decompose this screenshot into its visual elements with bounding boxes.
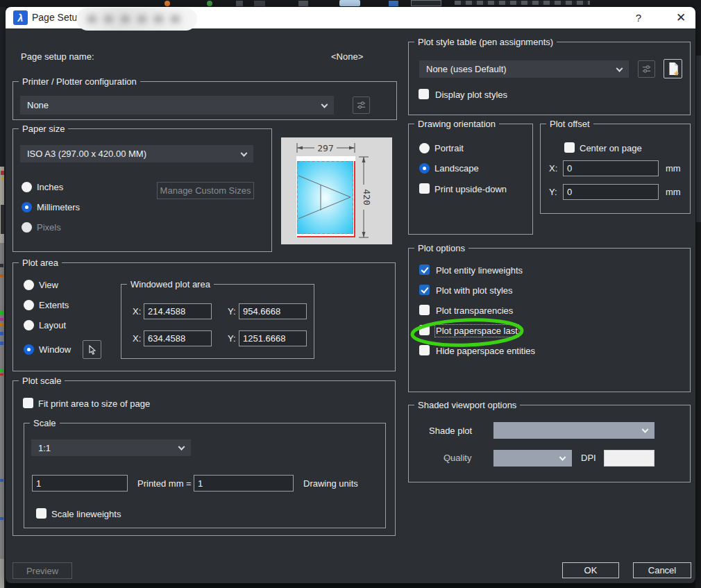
- printer-properties-button[interactable]: [353, 96, 370, 114]
- plot-area-group: Plot area View Extents Layout Window Win…: [12, 262, 396, 371]
- print-upside-down-checkbox[interactable]: [419, 183, 430, 194]
- hide-paperspace-entities-checkbox[interactable]: [419, 345, 430, 355]
- shade-plot-label: Shade plot: [429, 426, 472, 436]
- plot-offset-group: Plot offset Center on page X: mm Y: mm: [540, 124, 691, 214]
- page-setup-name-label: Page setup name:: [21, 51, 94, 62]
- radio-landscape[interactable]: [419, 163, 430, 174]
- scale-lineweights-checkbox[interactable]: [36, 508, 47, 519]
- radio-millimeters-label: Millimeters: [37, 202, 80, 212]
- left-edge-mark: [0, 318, 3, 321]
- preview-button[interactable]: Preview: [12, 562, 72, 579]
- left-edge-mark: [1, 177, 4, 180]
- manage-custom-sizes-button[interactable]: Manage Custom Sizes: [157, 182, 254, 199]
- offset-y-input[interactable]: [563, 184, 659, 200]
- x2-input[interactable]: [144, 330, 212, 346]
- pick-window-button[interactable]: [83, 340, 101, 359]
- offset-y-label: Y:: [549, 187, 557, 197]
- print-upside-down-label: Print upside-down: [434, 184, 507, 194]
- chevron-down-icon: [241, 149, 248, 156]
- quality-label: Quality: [444, 453, 471, 463]
- left-edge-mark: [0, 373, 3, 376]
- plot-style-select[interactable]: None (uses Default): [419, 60, 629, 78]
- drawing-units-input[interactable]: [194, 475, 294, 492]
- left-edge-mark: [0, 323, 3, 326]
- printer-config-group: Printer / Plotter configuration None: [12, 81, 397, 120]
- left-edge-mark: [0, 517, 3, 520]
- left-edge-mark: [1, 205, 4, 234]
- drawing-orientation-group-label: Drawing orientation: [414, 119, 499, 129]
- chevron-down-icon: [321, 101, 328, 108]
- paper-preview: 297 420: [281, 137, 392, 244]
- paper-size-select[interactable]: ISO A3 (297.00 x 420.00 MM): [20, 145, 253, 162]
- radio-window[interactable]: [24, 344, 34, 355]
- y1-input[interactable]: [239, 303, 307, 319]
- paper-width-dim: 297: [317, 143, 333, 153]
- sliders-icon: [356, 100, 366, 110]
- dialog-title: Page Setup: [32, 12, 83, 23]
- left-edge-mark: [0, 342, 3, 345]
- radio-layout-label: Layout: [39, 320, 66, 330]
- shade-plot-select[interactable]: [493, 422, 654, 439]
- plot-entity-lineweights-checkbox[interactable]: [419, 264, 430, 275]
- paper-size-group: Paper size ISO A3 (297.00 x 420.00 MM) I…: [12, 128, 272, 252]
- background-left-edge: [0, 7, 6, 588]
- x1-input[interactable]: [144, 303, 212, 319]
- radio-extents[interactable]: [24, 300, 34, 310]
- taskbar-fragment: [455, 1, 590, 5]
- windowed-plot-area-group: Windowed plot area X: Y: X: Y:: [121, 284, 314, 359]
- fit-to-page-checkbox[interactable]: [23, 398, 33, 408]
- radio-window-label: Window: [39, 344, 71, 355]
- ok-button[interactable]: OK: [562, 562, 619, 578]
- taskbar-fragment: [389, 1, 398, 6]
- taskbar-fragment: [339, 0, 360, 6]
- radio-portrait[interactable]: [419, 143, 430, 153]
- drawing-orientation-group: Drawing orientation Portrait Landscape P…: [408, 124, 533, 235]
- paper-size-group-label: Paper size: [19, 124, 68, 134]
- center-on-page-checkbox[interactable]: [564, 142, 575, 153]
- new-file-icon: [667, 62, 679, 76]
- dpi-input[interactable]: [604, 450, 654, 467]
- paper-preview-image: 297 420: [281, 137, 392, 244]
- quality-select[interactable]: [493, 450, 572, 467]
- display-plot-styles-checkbox[interactable]: [419, 89, 429, 99]
- left-edge-mark: [0, 369, 3, 372]
- background-right-edge: [695, 7, 701, 588]
- plot-paperspace-last-checkbox[interactable]: [419, 325, 430, 335]
- help-button[interactable]: ?: [628, 7, 649, 28]
- x1-label: X:: [133, 306, 141, 317]
- scale-select[interactable]: 1:1: [31, 439, 191, 456]
- printer-select[interactable]: None: [20, 96, 334, 115]
- plot-transparencies-checkbox[interactable]: [419, 305, 430, 315]
- page-setup-dialog: λ Page Setup ? ✕ Page setup name: <None>…: [6, 7, 695, 583]
- plot-with-plot-styles-checkbox[interactable]: [419, 285, 430, 295]
- new-plot-style-button[interactable]: [664, 59, 682, 78]
- radio-view[interactable]: [24, 280, 34, 290]
- edit-plot-style-button[interactable]: [638, 60, 655, 78]
- taskbar-fragment: [164, 1, 170, 6]
- dialog-titlebar[interactable]: λ Page Setup ? ✕: [6, 7, 695, 28]
- offset-x-input[interactable]: [563, 160, 659, 176]
- y2-input[interactable]: [239, 330, 307, 346]
- cancel-button[interactable]: Cancel: [633, 562, 691, 578]
- radio-millimeters[interactable]: [22, 202, 32, 212]
- close-button[interactable]: ✕: [668, 7, 693, 28]
- left-edge-mark: [0, 310, 3, 314]
- redacted-filename-blur: [76, 8, 197, 31]
- radio-extents-label: Extents: [39, 300, 69, 310]
- left-edge-mark: [0, 332, 3, 335]
- radio-inches[interactable]: [22, 182, 32, 192]
- plot-entity-lineweights-label: Plot entity lineweights: [436, 265, 523, 276]
- plot-style-table-group-label: Plot style table (pen assignments): [414, 37, 557, 47]
- right-edge-panel: [696, 56, 701, 222]
- radio-portrait-label: Portrait: [434, 143, 464, 153]
- printed-mm-input[interactable]: [32, 475, 128, 492]
- taskbar-fragment: [411, 0, 441, 6]
- radio-layout[interactable]: [24, 320, 34, 330]
- hide-paperspace-entities-label: Hide paperspace entities: [436, 346, 535, 356]
- left-edge-panel: [0, 243, 4, 559]
- taskbar-fragment: [298, 1, 308, 6]
- background-app-toolbar: [0, 0, 701, 7]
- radio-pixels[interactable]: [22, 222, 32, 233]
- dpi-label: DPI: [581, 453, 596, 463]
- plot-options-group: Plot options Plot entity lineweights Plo…: [408, 248, 691, 392]
